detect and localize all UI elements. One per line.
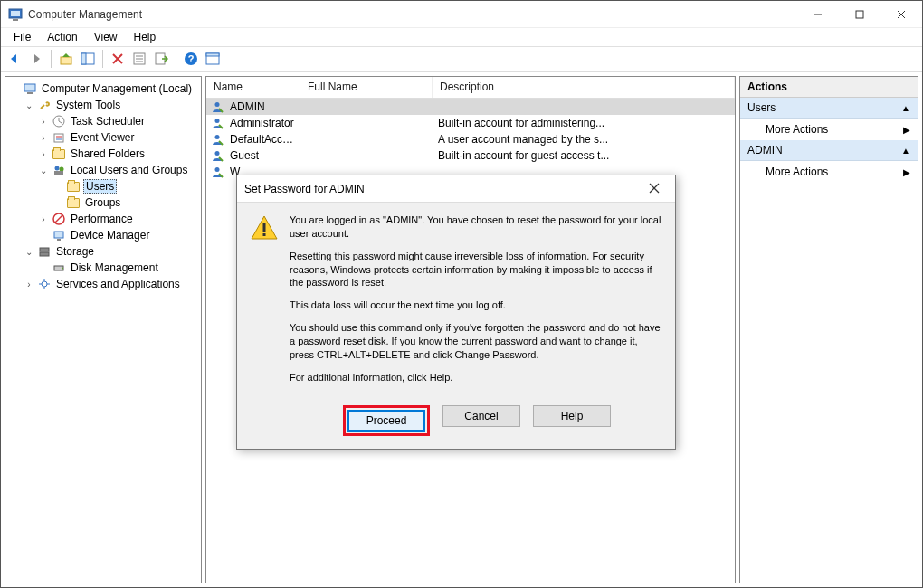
help-button[interactable]: ?: [181, 49, 201, 69]
computer-management-window: Computer Management File Action View Hel…: [0, 0, 923, 588]
column-header-name[interactable]: Name: [206, 77, 300, 98]
users-groups-icon: [52, 163, 66, 177]
folder-icon: [66, 195, 81, 210]
menu-file[interactable]: File: [6, 29, 38, 45]
svg-point-27: [55, 166, 60, 171]
menu-action[interactable]: Action: [40, 29, 84, 45]
actions-section-label: ADMIN: [747, 144, 783, 156]
cell-name: Administrator: [224, 117, 300, 129]
submenu-icon: ▶: [903, 167, 910, 177]
toolbar: ?: [1, 46, 922, 71]
tree-pane: Computer Management (Local) ⌄ System Too…: [5, 76, 202, 583]
delete-button[interactable]: [108, 49, 128, 69]
proceed-button[interactable]: Proceed: [347, 410, 425, 432]
computer-icon: [23, 81, 37, 96]
dialog-text: You are logged in as "ADMIN". You have c…: [290, 213, 662, 393]
properties-button[interactable]: [129, 49, 149, 69]
tree-shared-folders[interactable]: ›Shared Folders: [38, 146, 199, 162]
list-rows: ADMINAdministratorBuilt-in account for a…: [206, 99, 735, 180]
tree-services-apps[interactable]: ›Services and Applications: [24, 276, 199, 292]
dialog-body: You are logged in as "ADMIN". You have c…: [237, 203, 675, 405]
tree-system-tools[interactable]: ⌄ System Tools: [24, 97, 199, 113]
chevron-down-icon[interactable]: ⌄: [38, 166, 49, 175]
menubar: File Action View Help: [1, 28, 922, 46]
window-controls: [797, 1, 922, 27]
actions-item-label: More Actions: [766, 123, 828, 136]
svg-point-38: [42, 281, 47, 287]
svg-rect-20: [206, 53, 219, 56]
tree-event-viewer[interactable]: ›Event Viewer: [38, 129, 199, 146]
column-header-fullname[interactable]: Full Name: [300, 77, 433, 98]
tree: Computer Management (Local) ⌄ System Too…: [7, 81, 199, 292]
toolbar-separator: [176, 50, 176, 68]
tree-performance[interactable]: ›Performance: [38, 211, 199, 227]
tree-label: Task Scheduler: [69, 115, 147, 128]
clock-icon: [52, 114, 66, 128]
dialog-paragraph: This data loss will occur the next time …: [290, 299, 662, 312]
column-header-description[interactable]: Description: [433, 77, 735, 98]
svg-rect-32: [54, 232, 63, 238]
chevron-right-icon[interactable]: ›: [38, 117, 49, 127]
menu-help[interactable]: Help: [127, 29, 164, 45]
close-button[interactable]: [880, 1, 922, 27]
tree-label: Services and Applications: [54, 278, 182, 290]
tree-root[interactable]: Computer Management (Local): [9, 81, 199, 97]
svg-rect-2: [13, 19, 18, 21]
actions-section-admin[interactable]: ADMIN ▲: [740, 140, 918, 161]
services-icon: [37, 277, 52, 291]
minimize-button[interactable]: [797, 1, 839, 27]
tree-storage[interactable]: ⌄Storage: [24, 243, 199, 260]
user-row[interactable]: ADMIN: [206, 99, 735, 115]
up-button[interactable]: [56, 49, 76, 69]
user-row[interactable]: GuestBuilt-in account for guest access t…: [206, 147, 735, 164]
chevron-right-icon[interactable]: ›: [38, 149, 49, 159]
user-row[interactable]: DefaultAcco...A user account managed by …: [206, 131, 735, 147]
tree-task-scheduler[interactable]: ›Task Scheduler: [38, 113, 199, 129]
submenu-icon: ▶: [903, 125, 910, 135]
svg-rect-1: [11, 11, 20, 16]
tree-device-manager[interactable]: Device Manager: [38, 227, 199, 243]
titlebar: Computer Management: [1, 1, 922, 28]
chevron-right-icon[interactable]: ›: [38, 214, 49, 224]
chevron-right-icon[interactable]: ›: [38, 133, 49, 143]
tree-groups[interactable]: Groups: [52, 194, 199, 211]
proceed-highlight: Proceed: [343, 405, 430, 436]
actions-more-admin[interactable]: More Actions ▶: [740, 161, 918, 183]
tree-disk-management[interactable]: Disk Management: [38, 260, 199, 276]
window-title: Computer Management: [28, 8, 797, 21]
cancel-button[interactable]: Cancel: [442, 405, 520, 427]
cell-name: ADMIN: [224, 100, 300, 113]
chevron-down-icon[interactable]: ⌄: [24, 100, 34, 110]
maximize-button[interactable]: [839, 1, 880, 27]
back-button[interactable]: [5, 49, 24, 69]
menu-view[interactable]: View: [87, 29, 125, 45]
tree-label: Event Viewer: [69, 131, 136, 144]
svg-point-28: [60, 167, 64, 172]
chevron-down-icon[interactable]: ⌄: [24, 247, 34, 257]
export-button[interactable]: [151, 49, 171, 69]
tree-local-users-groups[interactable]: ⌄Local Users and Groups: [38, 162, 199, 178]
svg-point-40: [215, 119, 220, 123]
list-header: Name Full Name Description: [206, 77, 735, 99]
actions-more-users[interactable]: More Actions ▶: [740, 119, 918, 140]
app-icon: [8, 7, 23, 22]
tree-label: Performance: [69, 213, 135, 225]
tree-label: Device Manager: [69, 229, 151, 242]
dialog-close-button[interactable]: [641, 182, 668, 196]
dialog-paragraph: For additional information, click Help.: [290, 371, 662, 384]
refresh-button[interactable]: [203, 49, 223, 69]
svg-line-31: [55, 215, 62, 223]
help-button[interactable]: Help: [533, 405, 611, 427]
chevron-right-icon[interactable]: ›: [24, 280, 34, 289]
tree-users[interactable]: Users: [52, 178, 199, 194]
svg-rect-7: [61, 57, 71, 64]
actions-section-users[interactable]: Users ▲: [740, 98, 918, 119]
event-icon: [52, 130, 66, 145]
forward-button[interactable]: [26, 49, 46, 69]
user-row[interactable]: AdministratorBuilt-in account for admini…: [206, 115, 735, 131]
svg-rect-33: [57, 239, 61, 241]
show-hide-tree-button[interactable]: [78, 49, 98, 69]
tree-label: Disk Management: [69, 261, 160, 274]
dialog-title: Set Password for ADMIN: [244, 183, 641, 195]
actions-title: Actions: [740, 77, 918, 98]
